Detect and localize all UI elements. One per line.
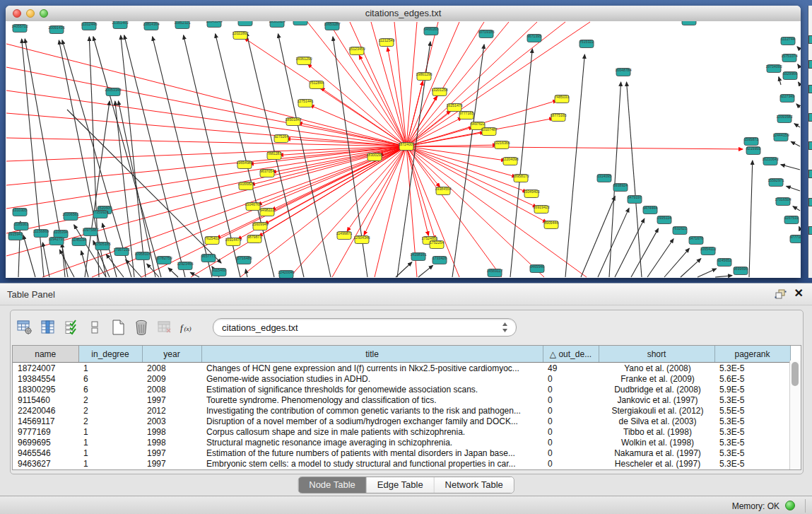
network-node[interactable]: 18775165 [550, 113, 566, 122]
network-node[interactable]: 22420046 [278, 270, 294, 278]
network-node[interactable]: 17016504 [775, 197, 791, 206]
network-edge[interactable] [216, 34, 274, 277]
network-edge[interactable] [791, 141, 800, 146]
minimize-window-button[interactable] [26, 9, 35, 18]
network-node[interactable]: 12923466 [177, 262, 193, 270]
network-node[interactable]: 19384554 [435, 187, 451, 195]
table-row[interactable]: 1456911722003Disruption of a novel membe… [13, 416, 790, 426]
network-edge[interactable] [797, 47, 800, 49]
network-edge[interactable] [598, 208, 629, 277]
network-node[interactable]: 10654112 [700, 247, 717, 255]
network-node[interactable]: 1752254 [430, 240, 444, 249]
table-row[interactable]: 946362711997Embryonic stem cells: a mode… [13, 458, 790, 469]
network-edge[interactable] [749, 160, 753, 277]
network-node[interactable]: 11156869 [33, 229, 49, 238]
close-window-button[interactable] [13, 9, 21, 18]
column-header-out_degree[interactable]: △ out_de... [543, 346, 599, 363]
network-edge[interactable] [168, 268, 178, 277]
column-header-in_degree[interactable]: in_degree [78, 346, 142, 363]
network-node[interactable]: 15049403 [523, 189, 539, 198]
network-node[interactable]: 1595871 [744, 137, 758, 146]
network-edge[interactable] [627, 82, 642, 277]
network-node[interactable]: 19861296 [416, 72, 432, 81]
network-node[interactable]: 18300295 [366, 153, 382, 161]
function-builder-icon[interactable]: f (x) [180, 318, 196, 337]
network-edge[interactable] [698, 269, 717, 277]
close-panel-icon[interactable]: ✕ [794, 287, 804, 300]
table-scrollbar[interactable] [789, 361, 801, 469]
network-node[interactable]: 1112744 [781, 37, 795, 45]
network-node[interactable]: 17359924 [92, 210, 108, 218]
column-header-title[interactable]: title [201, 346, 543, 363]
network-node[interactable]: 9637054 [260, 169, 274, 177]
network-node[interactable]: 9465546 [530, 264, 544, 273]
network-node[interactable]: 16648784 [615, 68, 631, 76]
network-node[interactable]: 12504346 [353, 235, 370, 244]
network-node[interactable]: 9498222 [260, 208, 274, 216]
network-edge[interactable] [406, 146, 544, 277]
network-edge[interactable] [565, 54, 584, 277]
network-node[interactable]: 1167531 [784, 216, 799, 224]
column-header-name[interactable]: name [13, 346, 78, 363]
network-node[interactable]: 7632621 [673, 226, 687, 235]
table-row[interactable]: 977716911998Corpus callosum shape and si… [13, 426, 790, 437]
network-edge[interactable] [6, 146, 406, 209]
network-node[interactable]: 9474444 [643, 206, 657, 214]
tab-edge-table[interactable]: Edge Table [367, 477, 435, 493]
network-edge[interactable] [799, 82, 800, 85]
network-node[interactable]: 15609949 [252, 222, 268, 230]
column-header-short[interactable]: short [599, 346, 714, 363]
network-node[interactable]: 8938924 [613, 183, 628, 192]
network-node[interactable]: 9879871 [247, 235, 261, 243]
network-edge[interactable] [6, 146, 406, 161]
network-edge[interactable] [631, 228, 659, 277]
network-node[interactable]: 11499871 [336, 231, 353, 240]
network-node[interactable]: 13201258 [431, 88, 447, 96]
network-node[interactable]: 7625402 [205, 236, 219, 245]
network-node[interactable]: 12093582 [776, 115, 792, 123]
network-edge[interactable] [796, 104, 800, 107]
network-node[interactable]: 16061290 [295, 57, 312, 65]
network-node[interactable]: 10852321 [174, 21, 190, 29]
network-node[interactable]: 1733426 [433, 256, 447, 264]
column-header-pagerank[interactable]: pagerank [714, 346, 790, 363]
table-selector-dropdown[interactable]: citations_edges.txt [213, 318, 517, 337]
network-node[interactable]: 9671395 [527, 34, 541, 42]
network-node[interactable]: 6466160 [424, 27, 438, 35]
network-canvas[interactable]: 1872400712022892112125491512345916061290… [6, 21, 801, 278]
hide-rows-icon[interactable] [86, 318, 103, 337]
network-node[interactable]: 9227349 [780, 94, 794, 103]
network-node[interactable]: 13216366 [493, 141, 510, 149]
network-node[interactable]: 1314095 [597, 174, 611, 182]
create-column-icon[interactable] [110, 318, 126, 337]
network-node[interactable]: 19565924 [269, 21, 285, 28]
network-edge[interactable] [394, 22, 406, 146]
table-row[interactable]: 911546021997Tourette syndrome. Phenomeno… [13, 395, 790, 405]
network-node[interactable]: 16553287 [237, 21, 253, 26]
network-edge[interactable] [191, 146, 406, 277]
network-node[interactable]: 7512844 [310, 81, 324, 89]
network-node[interactable]: 15751074 [781, 54, 797, 62]
table-row[interactable]: 1938455462009Genome-wide association stu… [13, 373, 790, 384]
network-node[interactable]: 2935114 [657, 216, 671, 224]
network-node[interactable]: 7515322 [579, 40, 594, 48]
tab-node-table[interactable]: Node Table [298, 477, 367, 493]
network-node[interactable]: 9777169 [790, 235, 801, 243]
toggle-columns-icon[interactable] [40, 318, 57, 337]
delete-table-icon[interactable] [156, 318, 173, 337]
network-node[interactable]: 11212549 [379, 38, 395, 47]
network-edge[interactable] [798, 64, 800, 68]
network-node[interactable]: 16782759 [155, 256, 172, 264]
network-node[interactable]: 9329966 [783, 71, 797, 80]
network-edge[interactable] [406, 22, 590, 146]
network-edge[interactable] [615, 218, 645, 277]
network-node[interactable]: 6479197 [628, 195, 642, 204]
network-edge[interactable] [406, 146, 547, 223]
network-node[interactable]: 3915941 [8, 232, 23, 240]
network-node[interactable]: 6471676 [689, 236, 703, 245]
network-node[interactable]: 18724007 [398, 142, 414, 151]
network-node[interactable]: 14198161 [410, 252, 426, 261]
network-edge[interactable] [406, 146, 743, 149]
network-node[interactable]: 14055712 [11, 24, 28, 33]
network-node[interactable]: 7881283 [267, 151, 281, 160]
